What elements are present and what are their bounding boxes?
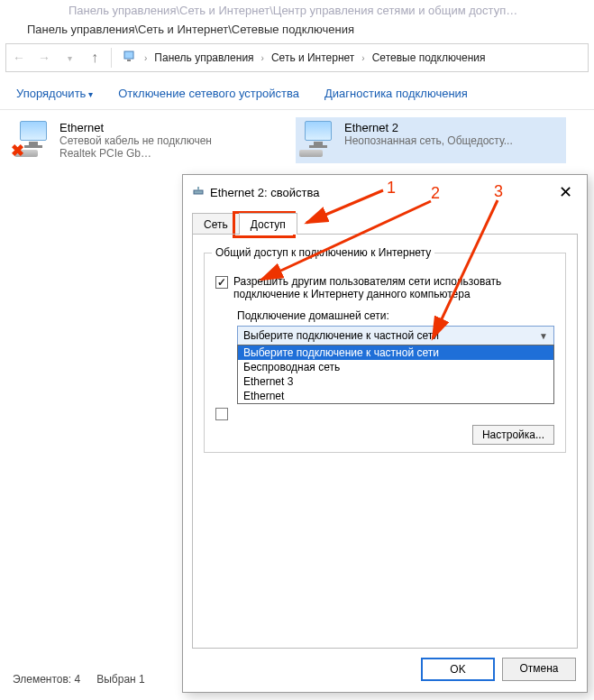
item-count: Элементов: 4 — [13, 673, 80, 686]
connection-item-ethernet2[interactable]: Ethernet 2 Неопознанная сеть, Общедосту.… — [296, 117, 566, 163]
status-bar: Элементов: 4 Выбран 1 — [0, 669, 158, 689]
allow-control-checkbox[interactable] — [215, 408, 228, 420]
cancel-button[interactable]: Отмена — [502, 658, 576, 681]
allow-sharing-row: Разрешить другим пользователям сети испо… — [215, 275, 554, 300]
network-adapter-icon — [299, 121, 337, 159]
allow-sharing-checkbox[interactable] — [215, 276, 228, 289]
dialog-title-text: Ethernet 2: свойства — [210, 186, 319, 199]
organize-menu[interactable]: Упорядочить — [16, 87, 93, 100]
toolbar: Упорядочить Отключение сетевого устройст… — [0, 78, 594, 110]
recent-button[interactable]: ▾ — [57, 45, 82, 70]
breadcrumb-seg-1[interactable]: Панель управления — [151, 50, 257, 66]
breadcrumb-seg-2[interactable]: Сеть и Интернет — [268, 50, 358, 66]
breadcrumb-seg-3[interactable]: Сетевые подключения — [369, 50, 489, 66]
connections-list: ✖ Ethernet Сетевой кабель не подключен R… — [0, 110, 594, 170]
chevron-right-icon[interactable]: › — [258, 53, 268, 63]
address-bar: ← → ▾ ↑ › Панель управления › Сеть и Инт… — [5, 43, 589, 72]
forward-button[interactable]: → — [32, 45, 57, 70]
connection-status: Неопознанная сеть, Общедосту... — [344, 134, 562, 147]
up-button[interactable]: ↑ — [82, 45, 107, 70]
connection-name: Ethernet 2 — [344, 121, 562, 134]
home-connection-dropdown: Выберите подключение к частной сети Бесп… — [237, 345, 554, 404]
window-title: Панель управления\Сеть и Интернет\Сетевы… — [0, 17, 594, 41]
diagnose-button[interactable]: Диагностика подключения — [324, 87, 468, 100]
connection-device: Realtek PCIe Gb… — [59, 147, 278, 160]
settings-button[interactable]: Настройка... — [472, 425, 554, 445]
svg-rect-3 — [197, 187, 199, 190]
tab-panel-sharing: Общий доступ к подключению к Интернету Р… — [192, 235, 578, 649]
chevron-right-icon[interactable]: › — [358, 53, 368, 63]
allow-sharing-label: Разрешить другим пользователям сети испо… — [233, 275, 554, 300]
back-button[interactable]: ← — [6, 45, 32, 70]
properties-dialog: Ethernet 2: свойства ✕ Сеть Доступ Общий… — [182, 174, 588, 693]
svg-rect-2 — [194, 190, 203, 194]
dropdown-option[interactable]: Беспроводная сеть — [238, 360, 553, 374]
connection-item-ethernet[interactable]: ✖ Ethernet Сетевой кабель не подключен R… — [11, 117, 281, 163]
selected-count: Выбран 1 — [96, 673, 144, 686]
chevron-down-icon: ▼ — [539, 331, 548, 341]
adapter-icon — [192, 185, 205, 200]
connection-status: Сетевой кабель не подключен — [59, 134, 278, 147]
combo-value: Выберите подключение к частной сети — [243, 329, 439, 342]
group-title: Общий доступ к подключению к Интернету — [212, 246, 434, 259]
dropdown-option[interactable]: Ethernet 3 — [238, 374, 553, 389]
home-connection-label: Подключение домашней сети: — [237, 309, 554, 322]
svg-rect-1 — [127, 60, 131, 61]
close-button[interactable]: ✕ — [553, 182, 578, 202]
dropdown-option[interactable]: Ethernet — [238, 389, 553, 403]
network-adapter-icon: ✖ — [14, 121, 52, 159]
dropdown-option[interactable]: Выберите подключение к частной сети — [238, 345, 553, 360]
network-location-icon — [115, 50, 141, 67]
dialog-buttons: OK Отмена — [183, 649, 587, 692]
allow-control-row — [215, 407, 554, 420]
tab-strip: Сеть Доступ — [183, 209, 587, 235]
connection-name: Ethernet — [59, 121, 278, 134]
home-connection-combobox[interactable]: Выберите подключение к частной сети ▼ — [237, 326, 554, 345]
disconnected-icon: ✖ — [11, 141, 24, 161]
disable-device-button[interactable]: Отключение сетевого устройства — [118, 87, 299, 100]
tab-sharing[interactable]: Доступ — [239, 213, 297, 235]
svg-rect-0 — [124, 51, 133, 59]
ok-button[interactable]: OK — [421, 658, 495, 681]
dialog-titlebar: Ethernet 2: свойства ✕ — [183, 175, 587, 209]
chevron-right-icon[interactable]: › — [141, 53, 151, 63]
ics-group: Общий доступ к подключению к Интернету Р… — [204, 253, 566, 453]
parent-window-title: Панель управления\Сеть и Интернет\Центр … — [0, 0, 594, 17]
